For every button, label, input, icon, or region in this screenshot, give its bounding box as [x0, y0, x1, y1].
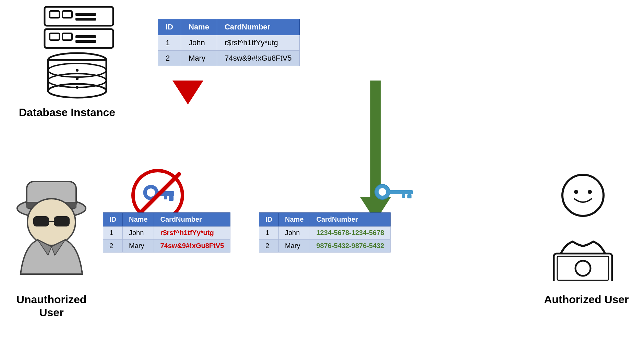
svg-rect-6: [50, 33, 59, 40]
svg-rect-3: [75, 13, 96, 16]
svg-rect-27: [389, 190, 413, 194]
svg-rect-22: [169, 196, 174, 201]
svg-point-40: [575, 261, 591, 276]
cell-card: 9876-5432-9876-5432: [310, 240, 391, 253]
svg-rect-8: [75, 35, 96, 38]
col-header-cardnumber: CardNumber: [217, 19, 299, 35]
svg-point-20: [147, 188, 155, 197]
table-row: 2 Mary 74sw&9#!xGu8FtV5: [103, 240, 230, 253]
cell-id: 1: [158, 35, 181, 51]
svg-rect-7: [62, 33, 72, 40]
auth-col-id: ID: [259, 213, 279, 226]
unauth-col-id: ID: [103, 213, 123, 226]
unauthorized-user-icon: [3, 168, 99, 281]
svg-rect-2: [62, 11, 72, 18]
cell-card: 74sw&9#!xGu8FtV5: [217, 51, 299, 66]
svg-point-43: [588, 190, 592, 194]
unauth-table: ID Name CardNumber 1 John r$rsf^h1tfYy*u…: [103, 212, 230, 253]
auth-col-card: CardNumber: [310, 213, 391, 226]
svg-rect-34: [34, 217, 49, 226]
table-row: 1 John 1234-5678-1234-5678: [259, 226, 391, 240]
table-row: 1 John r$rsf^h1tfYy*utg: [158, 35, 300, 51]
cell-name: John: [123, 226, 154, 240]
svg-point-37: [562, 175, 604, 216]
svg-rect-1: [50, 11, 59, 18]
cell-card: 74sw&9#!xGu8FtV5: [154, 240, 230, 253]
cell-id: 1: [103, 226, 123, 240]
db-instance-label: Database Instance: [19, 106, 115, 119]
cell-name: John: [279, 226, 310, 240]
svg-rect-9: [75, 40, 96, 43]
svg-rect-35: [54, 217, 69, 226]
unauth-col-name: Name: [123, 213, 154, 226]
svg-point-15: [76, 69, 79, 72]
unauth-col-card: CardNumber: [154, 213, 230, 226]
key-icon: [374, 182, 418, 204]
cell-id: 2: [158, 51, 181, 66]
cell-name: Mary: [181, 51, 217, 66]
table-row: 2 Mary 74sw&9#!xGu8FtV5: [158, 51, 300, 66]
col-header-name: Name: [181, 19, 217, 35]
svg-rect-4: [75, 18, 96, 21]
svg-rect-23: [164, 196, 167, 199]
table-row: 1 John r$rsf^h1tfYy*utg: [103, 226, 230, 240]
svg-point-16: [76, 77, 79, 80]
cell-id: 2: [103, 240, 123, 253]
svg-rect-29: [402, 194, 405, 198]
table-row: 2 Mary 9876-5432-9876-5432: [259, 240, 391, 253]
cell-name: John: [181, 35, 217, 51]
cell-card: 1234-5678-1234-5678: [310, 226, 391, 240]
svg-rect-28: [407, 194, 412, 198]
cell-id: 2: [259, 240, 279, 253]
auth-col-name: Name: [279, 213, 310, 226]
authorized-user-icon: [535, 168, 631, 281]
svg-point-42: [574, 190, 578, 194]
svg-point-26: [379, 188, 386, 196]
cell-name: Mary: [279, 240, 310, 253]
col-header-id: ID: [158, 19, 181, 35]
cell-id: 1: [259, 226, 279, 240]
unauthorized-user-label: Unauthorized User: [5, 293, 98, 319]
auth-table: ID Name CardNumber 1 John 1234-5678-1234…: [259, 212, 391, 253]
svg-point-17: [76, 86, 79, 89]
database-server-icon: [38, 3, 144, 110]
cell-name: Mary: [123, 240, 154, 253]
db-table-encrypted: ID Name CardNumber 1 John r$rsf^h1tfYy*u…: [158, 19, 300, 66]
authorized-user-label: Authorized User: [533, 293, 640, 306]
cell-card: r$rsf^h1tfYy*utg: [154, 226, 230, 240]
cell-card: r$rsf^h1tfYy*utg: [217, 35, 299, 51]
